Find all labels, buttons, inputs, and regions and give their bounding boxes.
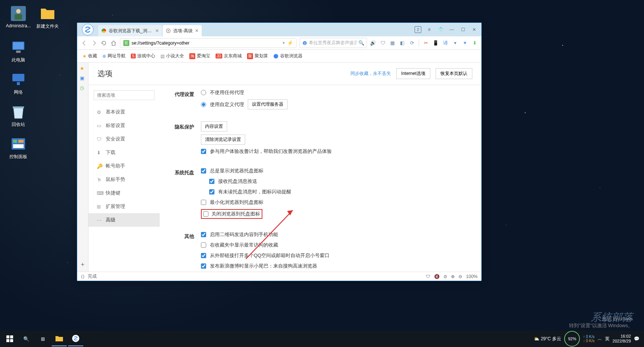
nav-mouse[interactable]: 🖱鼠标手势: [88, 173, 160, 186]
plus-icon[interactable]: +: [81, 261, 84, 268]
battery-indicator[interactable]: 92%: [564, 331, 580, 347]
clear-history-button[interactable]: 清除浏览记录设置: [201, 135, 245, 145]
clock[interactable]: 16:02 2022/8/29: [613, 334, 631, 344]
desktop-icon-new-folder[interactable]: 新建文件夹: [34, 5, 61, 30]
home-icon[interactable]: [110, 40, 117, 46]
notification-icon[interactable]: 💬: [634, 336, 640, 341]
bookmark-chrome[interactable]: 谷歌浏览器: [273, 53, 303, 59]
maximize-icon[interactable]: ☐: [460, 26, 466, 33]
tray-chevron-icon[interactable]: ︿: [598, 336, 602, 342]
tabs-icon[interactable]: ▦: [389, 40, 395, 46]
qrcode-checkbox[interactable]: [201, 232, 206, 237]
close-icon[interactable]: ✕: [195, 28, 199, 33]
star-icon[interactable]: ★: [80, 66, 86, 72]
tab-settings-advanced[interactable]: 选项-高级 ✕: [163, 25, 202, 36]
weather-widget[interactable]: ⛅ 29°C 多云: [534, 336, 562, 342]
shield-icon[interactable]: 🛡: [380, 40, 386, 46]
proxy-config-button[interactable]: 设置代理服务器: [248, 99, 288, 109]
shield-status-icon[interactable]: 🛡: [426, 274, 430, 279]
nav-extensions[interactable]: ⊞扩展管理: [88, 200, 160, 213]
scissors-icon[interactable]: ✂: [423, 40, 429, 46]
restore-defaults-button[interactable]: 恢复本页默认: [436, 68, 472, 79]
network-monitor[interactable]: ↑ 0 K/s ↓ 0 K/s: [583, 335, 595, 343]
tray-blink-checkbox[interactable]: [209, 189, 214, 194]
svg-rect-4: [13, 42, 24, 49]
file-explorer-button[interactable]: [52, 331, 67, 346]
tray-receive-msg-checkbox[interactable]: [209, 179, 214, 184]
bookmark-novels[interactable]: ▤小说大全: [160, 53, 184, 59]
forward-icon[interactable]: [91, 40, 97, 46]
nav-account[interactable]: 🔑帐号助手: [88, 159, 160, 173]
nav-tabs[interactable]: ▭标签设置: [88, 119, 160, 132]
speaker-icon[interactable]: 🔊: [370, 40, 376, 46]
net-down: 0 K/s: [586, 339, 595, 343]
close-window-icon[interactable]: ✕: [471, 26, 478, 33]
url-input[interactable]: [132, 40, 280, 46]
mobile-icon[interactable]: 📱: [433, 40, 439, 46]
bookmark-juhuasuan[interactable]: 聚聚划算: [247, 53, 268, 59]
clock-icon[interactable]: ◷: [80, 85, 86, 91]
qq-mini-checkbox[interactable]: [201, 253, 206, 258]
sync-icon[interactable]: ⟳: [409, 40, 415, 46]
svg-rect-25: [6, 339, 9, 342]
nav-shortcut[interactable]: ⌨快捷键: [88, 186, 160, 200]
desktop-icon-control-panel[interactable]: 控制面板: [5, 136, 31, 160]
back-icon[interactable]: [81, 40, 88, 46]
url-input-box[interactable]: 官 ▾ ⚡: [120, 38, 297, 48]
bookmark-jd[interactable]: JD京东商城: [216, 53, 242, 59]
nav-security[interactable]: 🛡安全设置: [88, 132, 160, 146]
content-settings-button[interactable]: 内容设置: [201, 121, 227, 132]
svg-rect-12: [13, 144, 24, 148]
search-icon[interactable]: 🔍: [358, 40, 364, 46]
bookmark-favorites[interactable]: ★收藏: [82, 53, 97, 59]
minimize-icon[interactable]: —: [448, 26, 455, 33]
tray-close-checkbox[interactable]: [203, 211, 208, 217]
translate-icon[interactable]: 译: [442, 40, 448, 46]
option-label: 发布新浪微博时显示小尾巴：来自搜狗高速浏览器: [210, 262, 317, 270]
close-icon[interactable]: ✕: [155, 28, 159, 33]
sogou-browser-button[interactable]: [68, 331, 83, 346]
sync-link[interactable]: 同步收藏，永不丢失: [350, 70, 391, 77]
task-view-button[interactable]: ⊞: [35, 331, 50, 346]
desktop-icon-administrator[interactable]: Administra...: [5, 5, 31, 28]
ux-program-checkbox[interactable]: [201, 149, 206, 154]
weibo-tail-checkbox[interactable]: [201, 263, 206, 269]
internet-options-button[interactable]: Internet选项: [396, 68, 430, 79]
session-count-badge[interactable]: 2: [415, 26, 421, 33]
reload-icon[interactable]: [100, 40, 107, 46]
search-options-input[interactable]: [94, 90, 154, 100]
skin-icon[interactable]: 👕: [437, 26, 444, 33]
mute-icon[interactable]: 🔇: [434, 274, 440, 279]
extension-icon[interactable]: ✦: [462, 40, 468, 46]
proxy-custom-radio[interactable]: [201, 102, 206, 107]
dual-window-icon[interactable]: ◧: [399, 40, 405, 46]
dropdown-icon[interactable]: ▾: [452, 40, 458, 46]
chevron-down-icon[interactable]: ▾: [283, 40, 285, 45]
start-button[interactable]: [2, 331, 17, 346]
bookmark-games[interactable]: S游戏中心: [131, 53, 155, 59]
tray-always-show-checkbox[interactable]: [201, 168, 206, 174]
search-button[interactable]: 🔍: [19, 331, 34, 346]
ime-indicator[interactable]: 英: [605, 336, 610, 342]
ad-block-icon[interactable]: ⊘: [443, 274, 447, 279]
nav-advanced[interactable]: ⋯高级: [88, 213, 160, 227]
nav-download[interactable]: ⬇下载: [88, 146, 160, 159]
search-box[interactable]: S 希拉里秀夜店舞姿声援芬兰总 🔍: [300, 38, 367, 48]
tab-chrome-download[interactable]: 谷歌浏览器下载_浏览器 ✕: [98, 25, 162, 36]
freq-fav-checkbox[interactable]: [201, 242, 206, 248]
menu-icon[interactable]: ≡: [426, 26, 433, 33]
core-icon[interactable]: ⊕: [451, 274, 455, 279]
zoom-out-icon[interactable]: ⊖: [458, 274, 462, 279]
nav-basic[interactable]: ⚙基本设置: [88, 105, 160, 119]
monitor-icon[interactable]: ▣: [80, 75, 86, 81]
proxy-none-radio[interactable]: [201, 90, 206, 95]
download-icon[interactable]: ⬇: [472, 40, 478, 46]
desktop-icon-network[interactable]: 网络: [5, 71, 31, 96]
bookmark-nav[interactable]: ⊕网址导航: [102, 53, 126, 59]
desktop-icon-this-pc[interactable]: 此电脑: [5, 39, 31, 63]
desktop-icon-recycle-bin[interactable]: 回收站: [5, 103, 31, 128]
lightning-icon[interactable]: ⚡: [287, 40, 293, 46]
tray-minimize-checkbox[interactable]: [201, 200, 206, 205]
bookmark-taobao[interactable]: 淘爱淘宝: [189, 53, 210, 59]
scroll-grip-icon[interactable]: ⟨⟩: [81, 274, 85, 279]
